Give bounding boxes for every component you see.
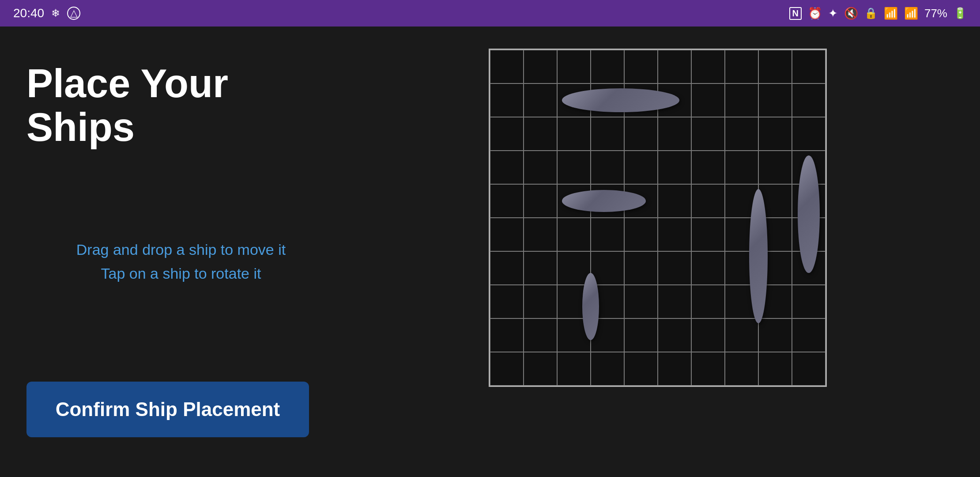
grid-cell (691, 117, 725, 151)
left-panel: Place Your Ships Drag and drop a ship to… (26, 44, 335, 459)
game-grid[interactable] (489, 49, 827, 387)
grid-cell (524, 352, 557, 386)
status-left: 20:40 ❄ △ (13, 6, 80, 20)
grid-cell (691, 251, 725, 285)
grid-cell (524, 151, 557, 184)
nfc-icon: N (789, 7, 802, 20)
snowflake-icon: ❄ (51, 7, 60, 19)
grid-cell (758, 117, 792, 151)
grid-cell (725, 285, 758, 318)
main-content: Place Your Ships Drag and drop a ship to… (0, 26, 980, 477)
grid-cell (624, 218, 658, 251)
grid-cell (591, 251, 624, 285)
grid-cell (691, 218, 725, 251)
grid-cell (792, 218, 825, 251)
grid-cell (758, 251, 792, 285)
grid-cell (524, 285, 557, 318)
grid-cell (658, 117, 691, 151)
grid-cell (624, 251, 658, 285)
grid-cell (691, 285, 725, 318)
grid-cell (591, 83, 624, 117)
grid-cell (658, 50, 691, 83)
grid-cell (524, 218, 557, 251)
grid-cell (591, 218, 624, 251)
grid-cell (725, 218, 758, 251)
grid-cell (524, 117, 557, 151)
grid-cell (490, 285, 524, 318)
grid-cell (591, 50, 624, 83)
bluetooth-icon: ✦ (828, 7, 838, 20)
grid-cell (758, 318, 792, 352)
page-title: Place Your Ships (26, 62, 335, 149)
grid-cell (624, 352, 658, 386)
mute-icon: 🔇 (844, 7, 858, 20)
signal-icon: 📶 (904, 7, 918, 20)
grid-cell (658, 184, 691, 218)
instruction-line-2: Tap on a ship to rotate it (101, 265, 261, 282)
grid-cell (591, 285, 624, 318)
grid-cell (490, 318, 524, 352)
confirm-ship-placement-button[interactable]: Confirm Ship Placement (26, 382, 309, 437)
grid-cell (658, 352, 691, 386)
grid-cell (758, 50, 792, 83)
grid-cell (758, 83, 792, 117)
grid-cell (624, 285, 658, 318)
grid-cell (591, 318, 624, 352)
grid-cell (691, 184, 725, 218)
grid-cell (557, 83, 591, 117)
grid-cell (490, 117, 524, 151)
grid-cell (725, 50, 758, 83)
grid-cell (758, 151, 792, 184)
grid-cell (792, 251, 825, 285)
grid-cell (624, 117, 658, 151)
grid-cell (658, 285, 691, 318)
grid-cell (658, 251, 691, 285)
grid-cell (725, 352, 758, 386)
grid-cell (725, 184, 758, 218)
grid-cell (557, 117, 591, 151)
grid-cell (591, 352, 624, 386)
grid-cell (758, 352, 792, 386)
grid-cell (792, 184, 825, 218)
grid-cell (557, 50, 591, 83)
status-right: N ⏰ ✦ 🔇 🔒 📶 📶 77% 🔋 (789, 7, 967, 20)
grid-cell (725, 251, 758, 285)
status-bar: 20:40 ❄ △ N ⏰ ✦ 🔇 🔒 📶 📶 77% 🔋 (0, 0, 980, 26)
grid-cell (792, 50, 825, 83)
grid-cell (557, 318, 591, 352)
grid-cell (490, 151, 524, 184)
grid-cell (691, 352, 725, 386)
grid-cell (490, 218, 524, 251)
grid-cell (557, 285, 591, 318)
grid-cell (524, 50, 557, 83)
wifi-icon: 📶 (884, 7, 898, 20)
grid-cell (490, 83, 524, 117)
battery-display: 77% (924, 7, 947, 20)
grid-cell (725, 117, 758, 151)
grid-cell (691, 83, 725, 117)
grid-cell (490, 251, 524, 285)
grid-cell (792, 352, 825, 386)
grid-cell (490, 50, 524, 83)
grid-cell (792, 83, 825, 117)
grid-cell (725, 83, 758, 117)
grid-cell (624, 50, 658, 83)
grid-cell (591, 117, 624, 151)
grid-cell (691, 318, 725, 352)
grid-cell (658, 318, 691, 352)
grid-cell (758, 184, 792, 218)
right-panel (362, 44, 954, 387)
grid-cell (557, 352, 591, 386)
grid-cell (758, 285, 792, 318)
grid-cell (490, 184, 524, 218)
grid-cell (557, 218, 591, 251)
instructions-text: Drag and drop a ship to move it Tap on a… (26, 238, 335, 286)
grid-cell (524, 184, 557, 218)
grid-cell (524, 318, 557, 352)
grid-cell (490, 352, 524, 386)
grid-cell (591, 184, 624, 218)
grid-cell (624, 318, 658, 352)
grid-cell (691, 151, 725, 184)
grid-cell (591, 151, 624, 184)
grid-cell (624, 151, 658, 184)
